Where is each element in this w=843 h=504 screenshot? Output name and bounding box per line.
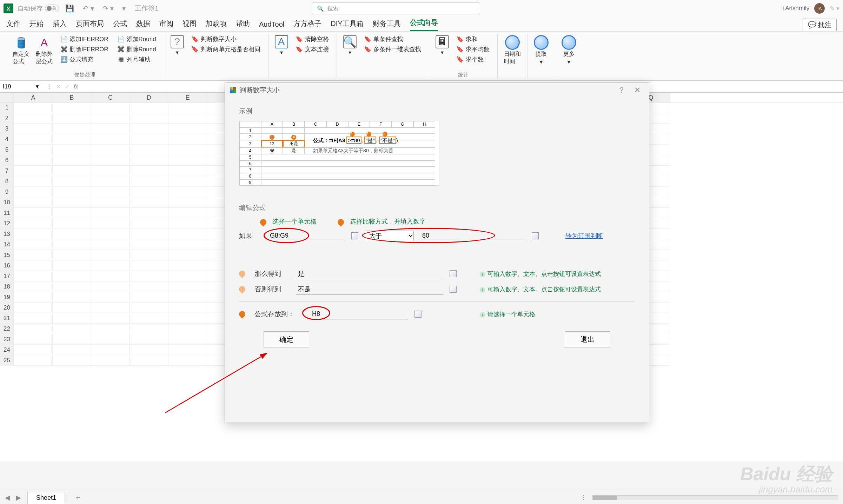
cell[interactable] <box>14 102 53 113</box>
cell[interactable] <box>53 345 91 355</box>
select-all-corner[interactable] <box>0 93 14 102</box>
cancel-icon[interactable]: ✕ <box>56 83 61 90</box>
picker-icon[interactable] <box>450 286 457 293</box>
cell[interactable] <box>91 145 130 155</box>
cell[interactable] <box>168 271 207 281</box>
range-judge-link[interactable]: 转为范围判断 <box>565 232 603 240</box>
row-header[interactable]: 24 <box>0 345 14 355</box>
cell[interactable] <box>14 355 53 366</box>
cell[interactable] <box>53 124 91 134</box>
cell[interactable] <box>130 124 168 134</box>
row-header[interactable]: 16 <box>0 260 14 271</box>
tab-file[interactable]: 文件 <box>6 16 20 31</box>
add-round-button[interactable]: 📄添加Round <box>118 35 156 43</box>
cell[interactable] <box>91 208 130 218</box>
cell[interactable] <box>168 113 207 124</box>
exit-button[interactable]: 退出 <box>565 331 610 347</box>
cell[interactable] <box>53 176 91 187</box>
cell[interactable] <box>14 303 53 313</box>
cell[interactable] <box>53 208 91 218</box>
cell[interactable] <box>14 292 53 303</box>
cell[interactable] <box>53 292 91 303</box>
cell[interactable] <box>130 345 168 355</box>
cell[interactable] <box>130 355 168 366</box>
cell[interactable] <box>130 155 168 166</box>
qat-dropdown-icon[interactable]: ▾ <box>120 4 128 13</box>
cell[interactable] <box>14 271 53 281</box>
cell[interactable] <box>130 187 168 197</box>
cell[interactable] <box>14 260 53 271</box>
cell[interactable] <box>168 218 207 229</box>
cell[interactable] <box>130 208 168 218</box>
cell[interactable] <box>53 113 91 124</box>
cell[interactable] <box>130 250 168 260</box>
cell[interactable] <box>91 324 130 334</box>
cell[interactable] <box>53 187 91 197</box>
col-header[interactable]: D <box>130 93 168 102</box>
redo-icon[interactable]: ↷ ▾ <box>100 4 116 13</box>
cell[interactable] <box>130 292 168 303</box>
cell[interactable] <box>91 334 130 345</box>
cell[interactable] <box>53 334 91 345</box>
row-header[interactable]: 21 <box>0 313 14 324</box>
judge-cells-button[interactable]: 🔖判断两单元格是否相同 <box>192 45 260 53</box>
cell[interactable] <box>130 303 168 313</box>
cell[interactable] <box>14 281 53 292</box>
cell[interactable] <box>130 281 168 292</box>
cell[interactable] <box>168 145 207 155</box>
compare-value-input[interactable] <box>420 231 525 241</box>
range-picker-icon[interactable] <box>532 232 539 239</box>
avg-button[interactable]: 🔖求平均数 <box>457 45 490 53</box>
cell[interactable] <box>168 345 207 355</box>
cell[interactable] <box>130 271 168 281</box>
sum-button[interactable]: 🔖求和 <box>457 35 490 43</box>
cell[interactable] <box>168 229 207 239</box>
row-header[interactable]: 8 <box>0 176 14 187</box>
cell[interactable] <box>91 134 130 145</box>
cell[interactable] <box>14 250 53 260</box>
row-header[interactable]: 19 <box>0 292 14 303</box>
del-round-button[interactable]: ✖️删除Round <box>118 45 156 53</box>
cell[interactable] <box>91 271 130 281</box>
cell[interactable] <box>168 292 207 303</box>
cell[interactable] <box>91 176 130 187</box>
save-to-input[interactable] <box>310 309 408 319</box>
tab-home[interactable]: 开始 <box>29 16 44 31</box>
cell[interactable] <box>53 197 91 208</box>
cell[interactable] <box>53 239 91 250</box>
single-cond-button[interactable]: 🔖单条件查找 <box>364 35 421 43</box>
cell[interactable] <box>91 102 130 113</box>
cell[interactable] <box>53 313 91 324</box>
cell[interactable] <box>130 260 168 271</box>
cell[interactable] <box>53 281 91 292</box>
row-header[interactable]: 13 <box>0 229 14 239</box>
cell[interactable] <box>130 229 168 239</box>
cell[interactable] <box>14 218 53 229</box>
ink-icon[interactable]: ✎ ▾ <box>830 5 839 12</box>
cell[interactable] <box>14 145 53 155</box>
cell[interactable] <box>53 134 91 145</box>
cell[interactable] <box>14 229 53 239</box>
undo-icon[interactable]: ↶ ▾ <box>80 4 96 13</box>
cell[interactable] <box>14 334 53 345</box>
cell[interactable] <box>53 355 91 366</box>
row-header[interactable]: 25 <box>0 355 14 366</box>
cell[interactable] <box>91 260 130 271</box>
tab-data[interactable]: 数据 <box>136 16 150 31</box>
tab-insert[interactable]: 插入 <box>53 16 67 31</box>
cell[interactable] <box>130 324 168 334</box>
cell[interactable] <box>14 113 53 124</box>
cell[interactable] <box>130 166 168 176</box>
extract-button[interactable]: 提取▾ <box>532 34 550 67</box>
compare-op-select[interactable]: 大于 <box>365 231 414 241</box>
dialog-title-bar[interactable]: 判断数字大小 ? ✕ <box>225 83 649 98</box>
cell[interactable] <box>91 345 130 355</box>
cell[interactable] <box>168 239 207 250</box>
col-header[interactable]: B <box>53 93 91 102</box>
judge-num-button[interactable]: 🔖判断数字大小 <box>192 35 260 43</box>
cell[interactable] <box>53 166 91 176</box>
col-header[interactable]: A <box>14 93 53 102</box>
cell[interactable] <box>168 324 207 334</box>
cell[interactable] <box>91 229 130 239</box>
horizontal-scrollbar[interactable] <box>592 495 838 500</box>
